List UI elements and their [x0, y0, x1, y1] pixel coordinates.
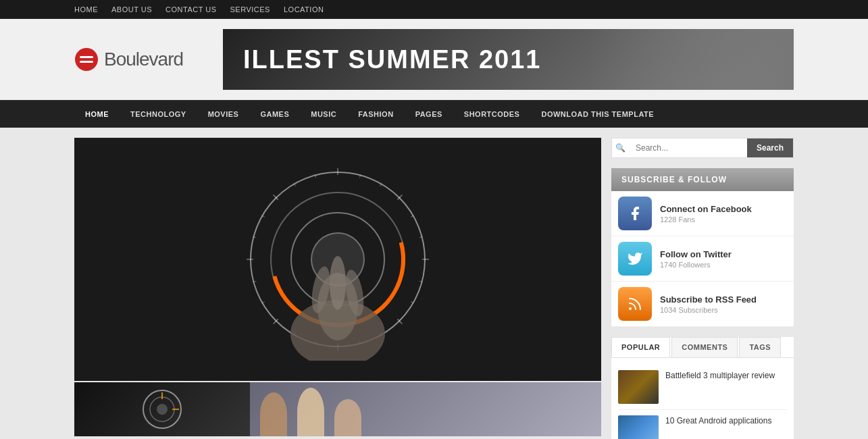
twitter-count: 1740 Followers [660, 261, 787, 269]
tab-popular[interactable]: POPULAR [611, 337, 670, 357]
topnav-services[interactable]: SERVICES [230, 5, 270, 14]
hero-graphic [236, 158, 439, 361]
svg-line-16 [253, 236, 256, 237]
facebook-title: Connect on Facebook [660, 204, 787, 214]
mainnav-shortcodes[interactable]: SHORTCODES [453, 101, 531, 128]
topnav-location[interactable]: LOCATION [284, 5, 324, 14]
search-button[interactable]: Search [747, 138, 793, 157]
thumb-bf3-image [618, 370, 659, 404]
header: Boulevard ILLEST SUMMER 2011 [68, 19, 800, 100]
svg-point-34 [157, 404, 168, 415]
main-content [74, 138, 601, 439]
topnav-contact[interactable]: CONTACT US [165, 5, 217, 14]
mainnav-technology[interactable]: TECHNOLOGY [120, 101, 197, 128]
top-bar: HOME ABOUT US CONTACT US SERVICES LOCATI… [0, 0, 868, 19]
thumb-android-image [618, 415, 659, 439]
top-nav: HOME ABOUT US CONTACT US SERVICES LOCATI… [68, 5, 800, 14]
mainnav-pages[interactable]: PAGES [405, 101, 453, 128]
person-figure-1 [260, 392, 287, 436]
hand-silhouette-svg [277, 226, 399, 361]
svg-line-5 [411, 302, 413, 304]
search-magnifier-icon: 🔍 [612, 138, 629, 157]
tabs-section: POPULAR COMMENTS TAGS Battlefield 3 mult… [611, 337, 794, 439]
svg-point-0 [75, 48, 98, 71]
svg-line-18 [274, 195, 278, 200]
svg-line-20 [315, 174, 315, 178]
article-item-android[interactable]: 10 Great Android applications [618, 410, 787, 439]
facebook-info: Connect on Facebook 1228 Fans [660, 204, 787, 224]
subscribe-section: SUBSCRIBE & FOLLOW Connect on Facebook 1… [611, 168, 794, 327]
article-thumb-bf3 [618, 370, 659, 404]
banner-area: ILLEST SUMMER 2011 [223, 29, 794, 90]
article-title-bf3: Battlefield 3 multiplayer review [665, 370, 775, 404]
sidebar: 🔍 Search SUBSCRIBE & FOLLOW Connect on F… [611, 138, 794, 439]
topnav-home[interactable]: HOME [74, 5, 98, 14]
tab-tags[interactable]: TAGS [739, 337, 781, 357]
twitter-title: Follow on Twitter [660, 249, 787, 259]
facebook-icon [618, 197, 652, 230]
tabs-header: POPULAR COMMENTS TAGS [611, 337, 794, 358]
svg-rect-2 [80, 61, 93, 63]
search-input[interactable] [629, 138, 747, 157]
main-nav-links: HOME TECHNOLOGY MOVIES GAMES MUSIC FASHI… [68, 101, 800, 128]
svg-line-22 [359, 174, 360, 178]
logo-text: Boulevard [104, 49, 183, 70]
secondary-images [74, 382, 601, 436]
twitter-info: Follow on Twitter 1740 Followers [660, 249, 787, 269]
rss-title: Subscribe to RSS Feed [660, 294, 787, 305]
logo-icon [74, 47, 99, 72]
tab-comments[interactable]: COMMENTS [671, 337, 738, 357]
svg-line-13 [261, 302, 264, 304]
svg-line-17 [261, 215, 264, 217]
svg-line-25 [411, 215, 413, 217]
secondary-left-image [74, 382, 250, 436]
twitter-svg [627, 251, 643, 267]
svg-line-23 [380, 183, 382, 186]
article-thumb-android [618, 415, 659, 439]
subscribe-header: SUBSCRIBE & FOLLOW [611, 168, 794, 191]
svg-point-35 [629, 307, 632, 310]
rss-subscribe-item[interactable]: Subscribe to RSS Feed 1034 Subscribers [611, 282, 794, 327]
twitter-icon [618, 242, 652, 276]
mainnav-games[interactable]: GAMES [249, 101, 300, 128]
hero-image [74, 138, 601, 381]
twitter-subscribe-item[interactable]: Follow on Twitter 1740 Followers [611, 236, 794, 282]
rss-svg [627, 296, 643, 312]
logo-area: Boulevard [74, 47, 209, 72]
main-nav: HOME TECHNOLOGY MOVIES GAMES MUSIC FASHI… [0, 100, 868, 128]
svg-line-26 [419, 236, 423, 237]
facebook-subscribe-item[interactable]: Connect on Facebook 1228 Fans [611, 191, 794, 236]
content-wrapper: 🔍 Search SUBSCRIBE & FOLLOW Connect on F… [68, 138, 800, 439]
banner-overlay [591, 29, 794, 90]
person-figure-3 [334, 399, 361, 436]
rss-count: 1034 Subscribers [660, 306, 787, 314]
rss-info: Subscribe to RSS Feed 1034 Subscribers [660, 294, 787, 314]
svg-point-31 [330, 256, 346, 310]
topnav-about[interactable]: ABOUT US [111, 5, 152, 14]
svg-line-24 [397, 195, 402, 200]
svg-line-14 [253, 281, 256, 282]
mini-tech-icon [142, 389, 182, 430]
mainnav-music[interactable]: MUSIC [300, 101, 347, 128]
mainnav-download[interactable]: DOWNLOAD THIS TEMPLATE [530, 101, 665, 128]
search-box: 🔍 Search [611, 138, 794, 158]
tab-content: Battlefield 3 multiplayer review 10 Grea… [611, 358, 794, 439]
mainnav-movies[interactable]: MOVIES [197, 101, 250, 128]
facebook-count: 1228 Fans [660, 215, 787, 224]
article-title-android: 10 Great Android applications [665, 415, 771, 439]
secondary-right-image [250, 382, 601, 436]
person-figure-2 [297, 388, 324, 436]
banner-headline: ILLEST SUMMER 2011 [243, 45, 541, 74]
article-item[interactable]: Battlefield 3 multiplayer review [618, 365, 787, 410]
facebook-svg [627, 205, 643, 222]
svg-line-19 [294, 183, 296, 186]
svg-line-4 [419, 281, 423, 282]
svg-rect-1 [80, 56, 93, 58]
mainnav-home[interactable]: HOME [74, 101, 120, 128]
mainnav-fashion[interactable]: FASHION [347, 101, 404, 128]
rss-icon [618, 287, 652, 321]
